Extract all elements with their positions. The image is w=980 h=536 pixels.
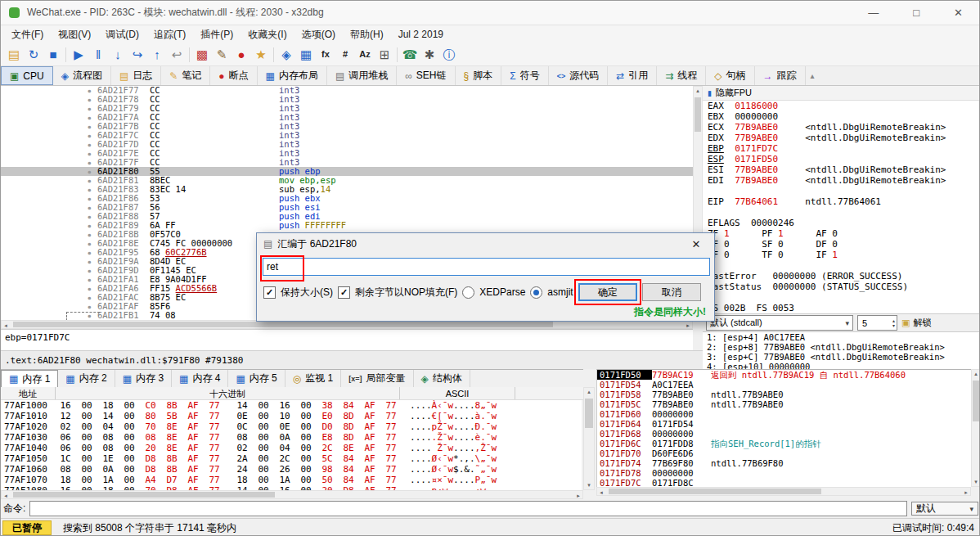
scroll-left-icon[interactable]: ◂ [597, 489, 605, 497]
dialog-close-button[interactable]: ✕ [685, 238, 708, 250]
scroll-right-icon[interactable]: ▸ [962, 489, 970, 497]
tab-references[interactable]: ⇄引用 [608, 66, 657, 85]
register-line[interactable]: CF 0 TF 0 IF 1 [703, 250, 980, 260]
register-line[interactable] [703, 292, 980, 303]
highlight-fx-icon[interactable]: fx [316, 45, 335, 65]
tab-threads[interactable]: ⇉线程 [657, 66, 706, 85]
bookmark-icon[interactable]: ★ [251, 45, 271, 65]
stack-row[interactable]: 0171FD5C77B9ABE0ntdll.77B9ABE0 [597, 399, 971, 409]
menu-view[interactable]: 视图(V) [51, 26, 98, 43]
attach-icon[interactable]: ☎ [400, 45, 420, 65]
menu-help[interactable]: 帮助(H) [343, 26, 391, 43]
xedparse-radio[interactable] [462, 286, 474, 299]
scroll-up-icon[interactable]: ▴ [694, 87, 702, 95]
call-arg-row[interactable]: 2: [esp+8] 77B9ABE0 <ntdll.DbgUiRemoteBr… [703, 342, 980, 352]
string-search-icon[interactable]: Az [355, 45, 375, 65]
stack-row[interactable]: 0171FD6800000000 [597, 429, 971, 439]
tab-log[interactable]: ▤日志 [111, 66, 161, 85]
register-line[interactable]: EDX 77B9ABE0 <ntdll.DbgUiRemoteBreakin> [703, 133, 980, 143]
registers-panel[interactable]: ▮ 隐藏FPU EAX 01186000EBX 00000000ECX 77B9… [703, 86, 980, 313]
dump-row[interactable]: 77AF10501C001E00D88BAF772A002C005C84AF77… [1, 453, 582, 464]
command-profile-dropdown[interactable]: 默认 ▾ [911, 502, 978, 516]
register-line[interactable]: EBP 0171FD7C [703, 143, 980, 154]
register-line[interactable]: OF 0 SF 0 DF 0 [703, 239, 980, 250]
register-line[interactable]: LastStatus 00000000 (STATUS_SUCCESS) [703, 282, 980, 292]
tab-watch-1[interactable]: ◎监视 1 [285, 370, 342, 387]
register-line[interactable]: LastError 00000000 (ERROR_SUCCESS) [703, 271, 980, 282]
register-line[interactable]: EAX 01186000 [703, 101, 980, 111]
dump-header-ascii[interactable]: ASCII [400, 387, 515, 399]
dump-row[interactable]: 77AF101012001400805BAF770E001000E08DAF77… [1, 411, 582, 421]
tab-call-stack[interactable]: ▤调用堆栈 [327, 66, 397, 85]
stack-row[interactable]: 0171FD5077B9AC19返回到 ntdll.77B9AC19 自 ntd… [597, 370, 971, 380]
patches-icon[interactable]: ▩ [192, 45, 212, 65]
scroll-down-icon[interactable]: ▾ [585, 481, 593, 489]
stack-row[interactable]: 0171FD6000000000 [597, 409, 971, 419]
register-line[interactable]: EBX 00000000 [703, 111, 980, 122]
tab-dump-1[interactable]: ▦内存 1 [1, 370, 58, 387]
dump-header-address[interactable]: 地址 [1, 387, 56, 399]
register-line[interactable]: EFLAGS 00000246 [703, 218, 980, 228]
stack-row[interactable]: 0171FD640171FD54 [597, 419, 971, 429]
unlock-toggle[interactable]: ▣ 解锁 [901, 317, 931, 329]
register-line[interactable]: ESI 77B9ABE0 <ntdll.DbgUiRemoteBreakin> [703, 164, 980, 175]
dump-vscrollbar[interactable]: ▴ ▾ [583, 387, 595, 490]
tab-trace[interactable]: →跟踪 [755, 66, 806, 85]
stack-row[interactable]: 0171FD7800000000 [597, 468, 971, 478]
register-line[interactable]: EDI 77B9ABE0 <ntdll.DbgUiRemoteBreakin> [703, 175, 980, 186]
stack-row[interactable]: 0171FD54A0C17EEA [597, 380, 971, 390]
hash-icon[interactable]: # [335, 45, 355, 65]
tab-scroll-up-icon[interactable]: ▴ [806, 66, 820, 85]
pause-icon[interactable]: ‖ [88, 45, 108, 65]
call-arg-row[interactable]: 1: [esp+4] A0C17EEA [703, 332, 980, 342]
stack-row[interactable]: 0171FD5877B9ABE0ntdll.77B9ABE0 [597, 390, 971, 399]
dump-row[interactable]: 77AF104006000800208EAF77020004002C8EAF77… [1, 443, 582, 453]
menu-debug[interactable]: 调试(D) [98, 26, 146, 43]
step-over-icon[interactable]: ↪ [128, 45, 147, 65]
tab-struct[interactable]: ◈结构体 [414, 370, 470, 387]
tab-dump-2[interactable]: ▦内存 2 [58, 370, 115, 387]
menu-plugins[interactable]: 插件(P) [193, 26, 241, 43]
scroll-up-icon[interactable]: ▴ [585, 388, 593, 396]
tab-memory-map[interactable]: ▦内存布局 [258, 66, 327, 85]
info-icon[interactable]: ⓘ [439, 45, 459, 65]
register-line[interactable]: EIP 77B64061 ntdll.77B64061 [703, 196, 980, 207]
step-into-icon[interactable]: ↓ [108, 45, 128, 65]
stack-panel[interactable]: 0171FD5077B9AC19返回到 ntdll.77B9AC19 自 ntd… [596, 369, 971, 487]
tab-dump-3[interactable]: ▦内存 3 [115, 370, 172, 387]
stack-row[interactable]: 0171FD70D60FE6D6 [597, 448, 971, 458]
tab-locals[interactable]: [x=]局部变量 [341, 370, 413, 387]
tab-script[interactable]: §脚本 [456, 66, 502, 85]
arg-count-spinner[interactable]: 5 ▴▾ [857, 315, 897, 331]
step-back-icon[interactable]: ↩ [167, 45, 187, 65]
cancel-button[interactable]: 取消 [642, 283, 701, 301]
tab-dump-4[interactable]: ▦内存 4 [172, 370, 228, 387]
close-button[interactable]: ✕ [954, 7, 963, 19]
dump-row[interactable]: 77AF100016001800C08BAF77140016003884AF77… [1, 400, 582, 411]
stack-row[interactable]: 0171FD7C0171FD8C [597, 478, 971, 487]
maximize-button[interactable]: □ [913, 7, 919, 19]
dump-row[interactable]: 77AF107018001A00A4D7AF7718001A005084AF77… [1, 475, 582, 485]
scroll-down-icon[interactable]: ▾ [972, 478, 980, 486]
tab-notes[interactable]: ✎笔记 [161, 66, 210, 85]
register-line[interactable]: GS 002B FS 0053 [703, 303, 980, 313]
comment-icon[interactable]: ✎ [212, 45, 232, 65]
register-line[interactable]: ECX 77B9ABE0 <ntdll.DbgUiRemoteBreakin> [703, 122, 980, 133]
tab-handles[interactable]: ◇句柄 [706, 66, 754, 85]
stack-hscrollbar[interactable]: ◂ ▸ [596, 487, 971, 496]
open-file-icon[interactable]: ▤ [4, 45, 24, 65]
register-line[interactable]: ZF 1 PF 1 AF 0 [703, 228, 980, 239]
stack-vscrollbar[interactable]: ▴ ▾ [971, 369, 980, 487]
dump-header-hex[interactable]: 十六进制 [56, 387, 400, 399]
asmjit-radio[interactable] [530, 286, 542, 299]
scroll-up-icon[interactable]: ▴ [972, 370, 980, 378]
command-input[interactable] [29, 501, 907, 516]
assemble-instruction-input[interactable] [263, 258, 710, 276]
hide-fpu-button[interactable]: ▮ 隐藏FPU [703, 86, 980, 101]
menu-file[interactable]: 文件(F) [4, 26, 51, 43]
restart-icon[interactable]: ↻ [24, 45, 43, 65]
stack-row[interactable]: 0171FD7477B69F80ntdll.77B69F80 [597, 458, 971, 468]
tab-cpu[interactable]: ▣CPU [1, 66, 53, 85]
keep-size-checkbox[interactable]: ✓ [263, 286, 276, 299]
register-line[interactable] [703, 186, 980, 196]
